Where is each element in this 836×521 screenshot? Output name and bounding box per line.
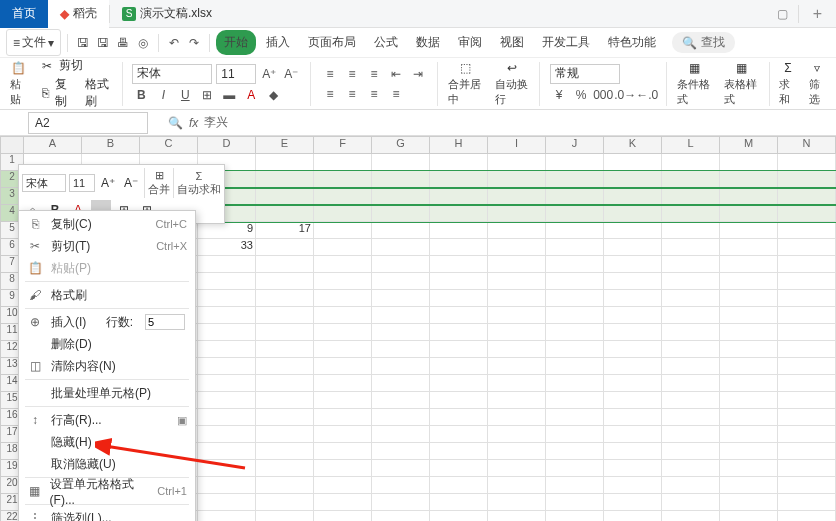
cell[interactable] (488, 290, 546, 307)
cell[interactable] (604, 426, 662, 443)
tab-docker[interactable]: ◆稻壳 (48, 0, 109, 28)
copy-label[interactable]: 复制 (55, 76, 73, 110)
font-grow-icon[interactable]: A⁺ (260, 65, 278, 83)
cell[interactable] (430, 324, 488, 341)
cell[interactable] (662, 222, 720, 239)
cell[interactable] (198, 307, 256, 324)
cell[interactable] (314, 171, 372, 188)
ctx-paste[interactable]: 📋粘贴(P) (19, 257, 195, 279)
mini-merge-button[interactable]: ⊞合并 (148, 169, 170, 197)
cell[interactable] (546, 307, 604, 324)
cell[interactable] (546, 511, 604, 521)
ctx-batch[interactable]: 批量处理单元格(P) (19, 382, 195, 404)
cell[interactable] (778, 239, 836, 256)
cell[interactable] (430, 273, 488, 290)
cell[interactable] (546, 460, 604, 477)
cell[interactable] (198, 256, 256, 273)
cell[interactable] (372, 375, 430, 392)
cell[interactable] (372, 341, 430, 358)
cell[interactable] (256, 239, 314, 256)
cell[interactable] (604, 511, 662, 521)
cell[interactable] (778, 477, 836, 494)
cell[interactable] (256, 511, 314, 521)
cell[interactable] (720, 307, 778, 324)
cell[interactable] (778, 222, 836, 239)
cell[interactable] (720, 290, 778, 307)
ctx-insert[interactable]: ⊕插入(I) 行数: (19, 311, 195, 333)
cell[interactable] (488, 494, 546, 511)
cell[interactable] (604, 341, 662, 358)
mini-font-select[interactable]: 宋体 (22, 174, 66, 192)
col-header-H[interactable]: H (430, 136, 488, 154)
cell[interactable] (778, 460, 836, 477)
cell[interactable] (720, 375, 778, 392)
cell[interactable] (430, 290, 488, 307)
cell[interactable] (198, 392, 256, 409)
cell[interactable] (256, 477, 314, 494)
cell[interactable] (430, 375, 488, 392)
align-justify-icon[interactable]: ≡ (387, 85, 405, 103)
mini-font-shrink-icon[interactable]: A⁻ (121, 173, 141, 193)
cell[interactable] (662, 426, 720, 443)
name-box[interactable]: A2 (28, 112, 148, 134)
wrap-button[interactable]: ↩自动换行 (491, 58, 534, 109)
cell[interactable] (488, 273, 546, 290)
align-right-icon[interactable]: ≡ (365, 85, 383, 103)
cell[interactable] (256, 494, 314, 511)
cell[interactable] (720, 188, 778, 205)
cell[interactable] (778, 154, 836, 171)
ctx-clear[interactable]: ◫清除内容(N) (19, 355, 195, 377)
tab-formula[interactable]: 公式 (366, 30, 406, 55)
indent-dec-icon[interactable]: ⇤ (387, 65, 405, 83)
cell[interactable] (604, 222, 662, 239)
cell[interactable] (372, 443, 430, 460)
fill-color-icon[interactable]: ▬ (220, 86, 238, 104)
cell[interactable] (546, 205, 604, 222)
font-shrink-icon[interactable]: A⁻ (282, 65, 300, 83)
cell[interactable]: 33 (198, 239, 256, 256)
cell[interactable] (314, 222, 372, 239)
cell[interactable] (778, 443, 836, 460)
cell[interactable] (778, 273, 836, 290)
copy-icon[interactable]: ⎘ (39, 85, 51, 101)
cell[interactable] (778, 256, 836, 273)
cell[interactable] (488, 222, 546, 239)
cell[interactable] (256, 358, 314, 375)
cell[interactable] (604, 239, 662, 256)
cell[interactable] (604, 460, 662, 477)
cell[interactable] (488, 477, 546, 494)
border-icon[interactable]: ⊞ (198, 86, 216, 104)
cell[interactable] (198, 290, 256, 307)
cell[interactable] (778, 426, 836, 443)
cell[interactable] (488, 358, 546, 375)
cell[interactable] (198, 511, 256, 521)
cell[interactable] (314, 477, 372, 494)
search-box[interactable]: 🔍 查找 (672, 32, 735, 53)
cell[interactable] (198, 409, 256, 426)
cell[interactable]: 9 (198, 222, 256, 239)
cell[interactable] (546, 324, 604, 341)
cell[interactable] (256, 290, 314, 307)
cut-icon[interactable]: ✂ (39, 58, 55, 74)
cell[interactable] (720, 477, 778, 494)
cell[interactable] (720, 443, 778, 460)
cell[interactable] (314, 307, 372, 324)
cell[interactable] (662, 290, 720, 307)
cell[interactable] (372, 324, 430, 341)
cell[interactable] (662, 205, 720, 222)
cell[interactable] (662, 494, 720, 511)
cell[interactable] (546, 494, 604, 511)
number-format-select[interactable]: 常规 (550, 64, 620, 84)
cell[interactable] (372, 494, 430, 511)
cell[interactable] (198, 358, 256, 375)
cell[interactable] (430, 239, 488, 256)
cell[interactable] (662, 460, 720, 477)
cell[interactable] (314, 290, 372, 307)
col-header-K[interactable]: K (604, 136, 662, 154)
cell[interactable] (604, 324, 662, 341)
cell[interactable] (256, 171, 314, 188)
cell[interactable] (778, 358, 836, 375)
save-icon[interactable]: 🖫 (74, 34, 92, 52)
cell[interactable] (604, 307, 662, 324)
cell[interactable] (604, 375, 662, 392)
